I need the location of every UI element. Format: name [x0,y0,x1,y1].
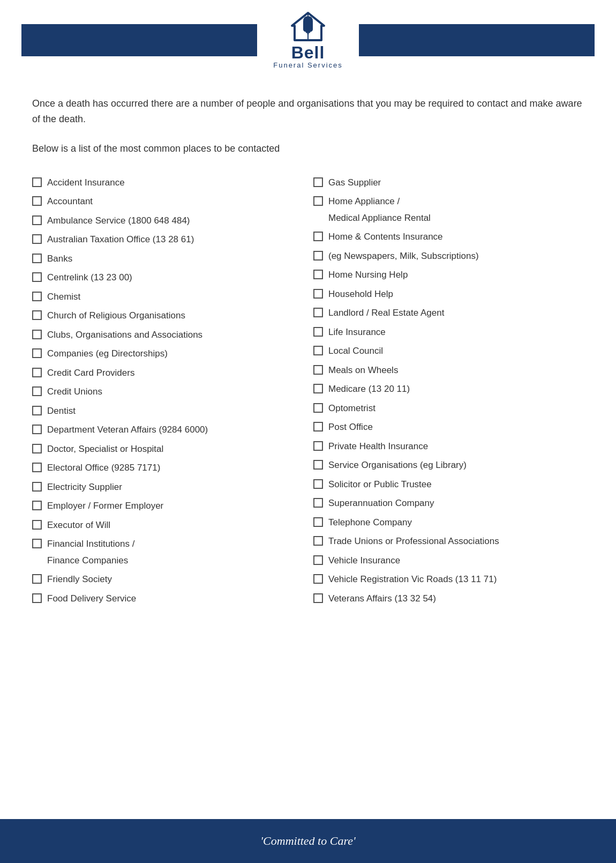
item-label: Home Nursing Help [328,268,584,282]
checkbox[interactable] [32,574,42,584]
checkbox[interactable] [32,386,42,396]
item-label: Meals on Wheels [328,363,584,377]
right-list-item: Service Organisations (eg Library) [313,456,584,475]
checkbox[interactable] [313,308,323,317]
checkbox[interactable] [32,292,42,301]
left-list-item: Australian Taxation Office (13 28 61) [32,230,303,249]
checkbox[interactable] [313,232,323,241]
checkbox[interactable] [313,384,323,393]
checkbox[interactable] [313,574,323,584]
checkbox[interactable] [32,539,42,548]
logo-container: Bell Funeral Services [257,11,359,69]
checkbox[interactable] [313,289,323,299]
item-label: Superannuation Company [328,496,584,510]
checkbox[interactable] [32,368,42,377]
checkbox[interactable] [32,177,42,187]
checkbox[interactable] [313,327,323,337]
checkbox[interactable] [32,425,42,434]
item-label: Gas Supplier [328,176,584,190]
left-list-item: Executor of Will [32,516,303,535]
checkbox[interactable] [32,196,42,206]
item-continuation: Medical Appliance Rental [313,211,584,228]
checkbox[interactable] [313,498,323,508]
page-footer: 'Committed to Care' [0,819,616,863]
item-label: Credit Unions [47,385,303,399]
checkbox[interactable] [32,215,42,225]
checkbox[interactable] [313,403,323,413]
checkbox[interactable] [313,441,323,451]
left-list-item: Electoral Office (9285 7171) [32,458,303,478]
header-bar-left [21,24,257,56]
checkbox[interactable] [313,365,323,375]
checkbox[interactable] [313,422,323,432]
brand-name: Bell [291,44,325,61]
intro-paragraph2: Below is a list of the most common place… [32,143,584,154]
main-content: Once a death has occurred there are a nu… [0,75,616,803]
checkbox[interactable] [32,463,42,472]
item-label: Doctor, Specialist or Hospital [47,442,303,456]
item-label: Accountant [47,195,303,209]
item-label: Australian Taxation Office (13 28 61) [47,233,303,247]
checkbox[interactable] [313,479,323,489]
brand-sub: Funeral Services [273,61,343,69]
right-list-item: Gas Supplier [313,173,584,192]
checkbox[interactable] [32,348,42,358]
checkbox[interactable] [32,593,42,603]
left-list-item: Doctor, Specialist or Hospital [32,440,303,459]
checkbox[interactable] [313,460,323,470]
checkbox[interactable] [32,310,42,320]
checkbox[interactable] [32,444,42,453]
checkbox[interactable] [32,330,42,339]
item-label: Dentist [47,404,303,418]
checkbox[interactable] [313,517,323,527]
left-list-item: Accountant [32,192,303,211]
item-label: Trade Unions or Professional Association… [328,534,584,548]
left-list-item: Banks [32,249,303,269]
item-label: Medicare (13 20 11) [328,382,584,396]
item-label: Chemist [47,290,303,304]
item-label: Vehicle Insurance [328,554,584,568]
left-list-item: Department Veteran Affairs (9284 6000) [32,420,303,440]
item-label: Electricity Supplier [47,480,303,494]
checkbox[interactable] [313,251,323,261]
item-label: Food Delivery Service [47,592,303,606]
checkbox[interactable] [32,406,42,415]
checkbox[interactable] [32,254,42,263]
checkbox[interactable] [32,482,42,492]
item-label: Electoral Office (9285 7171) [47,461,303,475]
checkbox[interactable] [313,196,323,206]
checkbox[interactable] [313,346,323,355]
left-list-item: Centrelink (13 23 00) [32,268,303,287]
item-label: Telephone Company [328,516,584,530]
right-list-item: Home Nursing Help [313,265,584,285]
right-list-item: Household Help [313,285,584,304]
checkbox[interactable] [32,501,42,510]
left-list-item: Friendly Society [32,570,303,589]
item-label: Veterans Affairs (13 32 54) [328,592,584,606]
checkbox[interactable] [313,270,323,279]
item-label: Executor of Will [47,518,303,532]
checkbox[interactable] [32,520,42,530]
item-label: Vehicle Registration Vic Roads (13 11 71… [328,572,584,586]
right-list-item: Local Council [313,341,584,361]
checkbox[interactable] [313,593,323,603]
right-list-item: Meals on Wheels [313,361,584,380]
item-label: Department Veteran Affairs (9284 6000) [47,423,303,437]
item-label: Ambulance Service (1800 648 484) [47,214,303,228]
checkbox[interactable] [313,555,323,565]
item-label: Accident Insurance [47,176,303,190]
right-list-item: Post Office [313,418,584,437]
checkbox[interactable] [32,234,42,244]
item-label: Life Insurance [328,325,584,339]
left-list-item: Credit Card Providers [32,363,303,383]
right-list-item: Vehicle Insurance [313,551,584,570]
left-list-item: Food Delivery Service [32,589,303,608]
checkbox[interactable] [313,536,323,546]
item-label: Companies (eg Directorships) [47,347,303,361]
left-list-item: Ambulance Service (1800 648 484) [32,211,303,230]
checkbox[interactable] [313,177,323,187]
item-label: Church of Religious Organisations [47,309,303,323]
checkbox[interactable] [32,272,42,282]
right-column: Gas SupplierHome Appliance /Medical Appl… [313,173,584,608]
bell-logo-icon [289,11,327,43]
